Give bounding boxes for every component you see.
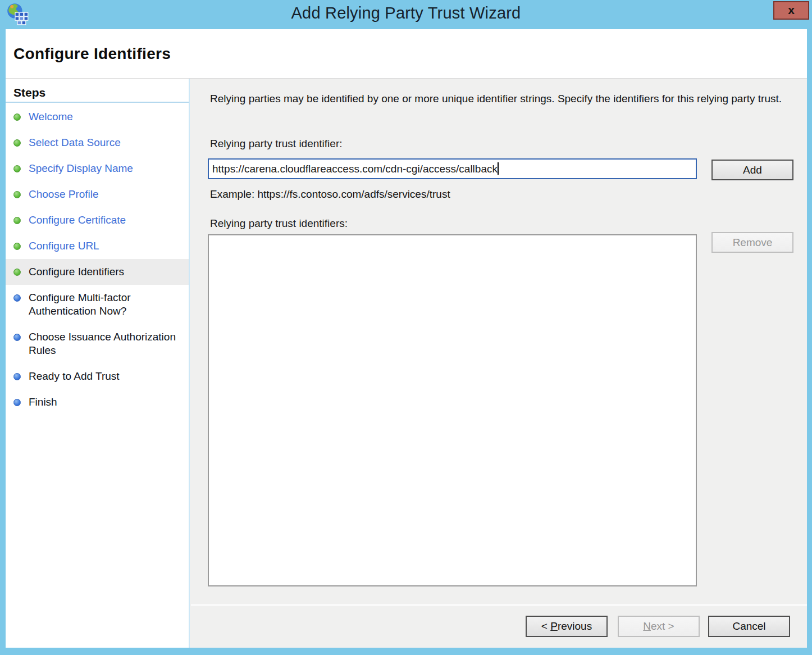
sidebar-step-choose-issuance-authorization-rules: Choose Issuance Authorization Rules — [6, 324, 189, 363]
example-text: Example: https://fs.contoso.com/adfs/ser… — [210, 188, 450, 201]
step-bullet-done-icon — [13, 165, 21, 172]
cancel-button[interactable]: Cancel — [708, 616, 790, 637]
sidebar-step-specify-display-name[interactable]: Specify Display Name — [6, 156, 189, 181]
step-label: Finish — [29, 395, 57, 409]
identifiers-list-label: Relying party trust identifiers: — [210, 217, 348, 230]
step-label: Choose Profile — [29, 188, 99, 201]
next-button[interactable]: Next > — [618, 616, 700, 637]
window-title: Add Relying Party Trust Wizard — [0, 4, 812, 22]
steps-sidebar: Steps WelcomeSelect Data SourceSpecify D… — [6, 79, 190, 648]
identifier-input-label: Relying party trust identifier: — [210, 138, 343, 150]
step-bullet-done-icon — [13, 217, 21, 224]
step-bullet-upcoming-icon — [13, 373, 21, 380]
steps-panel-title: Steps — [6, 79, 189, 102]
sidebar-step-select-data-source[interactable]: Select Data Source — [6, 130, 189, 156]
add-relying-party-trust-wizard-window: { "window": { "title": "Add Relying Part… — [0, 0, 812, 655]
step-bullet-done-icon — [13, 191, 21, 198]
wizard-footer: < Previous Next > Cancel — [191, 606, 807, 648]
close-button[interactable]: x — [773, 1, 809, 20]
step-bullet-done-icon — [13, 269, 21, 276]
step-bullet-done-icon — [13, 139, 21, 147]
sidebar-step-choose-profile[interactable]: Choose Profile — [6, 181, 189, 207]
sidebar-step-welcome[interactable]: Welcome — [6, 104, 189, 130]
page-title: Configure Identifiers — [13, 45, 171, 63]
identifier-input-value: https://carena.cloudflareaccess.com/cdn-… — [212, 163, 498, 175]
sidebar-step-finish: Finish — [6, 389, 189, 415]
step-bullet-upcoming-icon — [13, 294, 21, 302]
step-label: Configure Certificate — [29, 213, 126, 227]
add-button[interactable]: Add — [711, 160, 793, 180]
steps-list: WelcomeSelect Data SourceSpecify Display… — [6, 103, 189, 415]
step-label: Welcome — [29, 110, 73, 124]
step-label: Choose Issuance Authorization Rules — [29, 330, 184, 357]
sidebar-step-configure-certificate[interactable]: Configure Certificate — [6, 207, 189, 233]
step-label: Ready to Add Trust — [29, 370, 120, 383]
relying-party-identifier-input[interactable]: https://carena.cloudflareaccess.com/cdn-… — [208, 158, 697, 179]
text-caret — [498, 162, 499, 175]
step-label: Configure Identifiers — [29, 265, 124, 279]
close-x-icon: x — [788, 3, 795, 16]
step-label: Configure URL — [29, 239, 99, 253]
step-bullet-upcoming-icon — [13, 334, 21, 341]
previous-button[interactable]: < Previous — [526, 616, 608, 637]
sidebar-step-configure-identifiers: Configure Identifiers — [6, 259, 189, 285]
step-bullet-done-icon — [13, 243, 21, 250]
sidebar-step-configure-url[interactable]: Configure URL — [6, 233, 189, 259]
configure-identifiers-pane: Relying parties may be identified by one… — [191, 79, 807, 648]
sidebar-step-ready-to-add-trust: Ready to Add Trust — [6, 363, 189, 389]
step-bullet-done-icon — [13, 113, 21, 121]
wizard-header: Configure Identifiers — [6, 29, 807, 78]
step-label: Configure Multi-factor Authentication No… — [29, 291, 184, 318]
remove-button[interactable]: Remove — [711, 232, 793, 253]
identifiers-listbox[interactable] — [208, 234, 697, 586]
step-bullet-upcoming-icon — [13, 399, 21, 406]
step-label: Select Data Source — [29, 136, 121, 149]
wizard-body: Steps WelcomeSelect Data SourceSpecify D… — [6, 78, 807, 648]
sidebar-step-configure-multi-factor-authentication-now: Configure Multi-factor Authentication No… — [6, 285, 189, 324]
step-label: Specify Display Name — [29, 162, 133, 175]
intro-text: Relying parties may be identified by one… — [210, 91, 786, 107]
title-bar[interactable]: Add Relying Party Trust Wizard x — [0, 0, 812, 29]
